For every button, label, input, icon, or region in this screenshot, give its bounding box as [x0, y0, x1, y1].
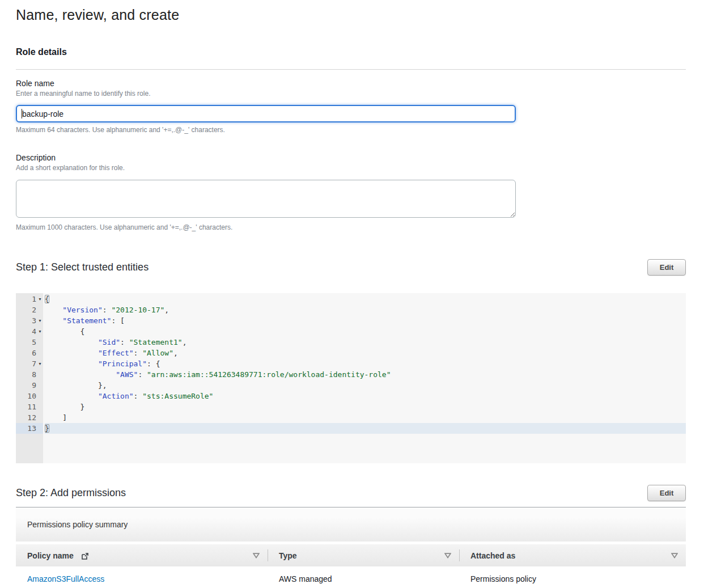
- fold-caret-icon[interactable]: ▾: [37, 315, 43, 326]
- editor-gutter: 1▾23▾4▾567▾8910111213: [16, 293, 43, 463]
- column-header-type[interactable]: Type: [268, 544, 459, 566]
- policy-type-cell: AWS managed: [268, 574, 459, 583]
- line-number: 8: [16, 369, 43, 380]
- fold-caret-icon[interactable]: ▾: [37, 326, 43, 337]
- description-hint: Add a short explanation for this role.: [16, 164, 686, 172]
- description-textarea[interactable]: [16, 180, 516, 218]
- description-constraint: Maximum 1000 characters. Use alphanumeri…: [16, 223, 686, 231]
- step1-heading: Step 1: Select trusted entities: [16, 261, 149, 273]
- role-name-label: Role name: [16, 79, 686, 88]
- line-number: 4▾: [16, 326, 43, 337]
- policy-table-header: Policy nameTypeAttached as: [16, 544, 686, 566]
- code-line: "Version": "2012-10-17",: [45, 304, 686, 315]
- sort-icon: [671, 553, 678, 559]
- line-number: 6: [16, 348, 43, 358]
- line-number: 5: [16, 337, 43, 348]
- divider: [16, 69, 686, 70]
- code-line: ]: [45, 412, 686, 423]
- page-title: Name, review, and create: [16, 7, 686, 23]
- permissions-summary-panel: Permissions policy summary: [16, 507, 686, 542]
- role-name-hint: Enter a meaningful name to identify this…: [16, 90, 686, 98]
- role-name-constraint: Maximum 64 characters. Use alphanumeric …: [16, 126, 686, 134]
- code-line: "AWS": "arn:aws:iam::541263489771:role/w…: [45, 369, 686, 380]
- line-number: 3▾: [16, 315, 43, 326]
- editor-code-area: { "Version": "2012-10-17", "Statement": …: [43, 293, 686, 463]
- fold-caret-icon[interactable]: ▾: [37, 294, 43, 304]
- code-line: "Statement": [: [45, 315, 686, 326]
- code-line: {: [45, 326, 686, 337]
- column-header-attached-as[interactable]: Attached as: [459, 544, 686, 566]
- line-number: 13: [16, 423, 43, 434]
- line-number: 1▾: [16, 294, 43, 304]
- role-details-heading: Role details: [16, 47, 686, 57]
- step1-edit-button[interactable]: Edit: [647, 259, 686, 276]
- line-number: 2: [16, 304, 43, 315]
- description-label: Description: [16, 153, 686, 162]
- policy-name-link[interactable]: AmazonS3FullAccess: [27, 574, 104, 583]
- permissions-summary-title: Permissions policy summary: [16, 520, 128, 529]
- table-row: AmazonS3FullAccessAWS managedPermissions…: [16, 566, 686, 588]
- fold-caret-icon[interactable]: ▾: [37, 358, 43, 369]
- line-number: 11: [16, 401, 43, 412]
- role-name-input[interactable]: [16, 105, 516, 122]
- attached-as-cell: Permissions policy: [459, 574, 686, 583]
- code-line: "Effect": "Allow",: [45, 348, 686, 358]
- line-number: 12: [16, 412, 43, 423]
- code-line: }: [45, 423, 686, 434]
- line-number: 9: [16, 380, 43, 391]
- trust-policy-json-editor[interactable]: 1▾23▾4▾567▾8910111213 { "Version": "2012…: [16, 293, 686, 463]
- sort-icon: [444, 553, 451, 559]
- line-number: 7▾: [16, 358, 43, 369]
- column-header-policy-name[interactable]: Policy name: [16, 544, 268, 566]
- code-line: "Principal": {: [45, 358, 686, 369]
- code-line: "Action": "sts:AssumeRole": [45, 391, 686, 401]
- sort-icon: [253, 553, 260, 559]
- code-line: {: [45, 294, 686, 304]
- line-number: 10: [16, 391, 43, 401]
- external-link-icon: [81, 552, 89, 560]
- code-line: "Sid": "Statement1",: [45, 337, 686, 348]
- policy-table: Policy nameTypeAttached as AmazonS3FullA…: [16, 544, 686, 588]
- text-caret: [22, 109, 22, 119]
- step2-edit-button[interactable]: Edit: [647, 485, 686, 501]
- code-line: },: [45, 380, 686, 391]
- code-line: }: [45, 401, 686, 412]
- policy-table-body: AmazonS3FullAccessAWS managedPermissions…: [16, 566, 686, 588]
- step2-heading: Step 2: Add permissions: [16, 487, 126, 499]
